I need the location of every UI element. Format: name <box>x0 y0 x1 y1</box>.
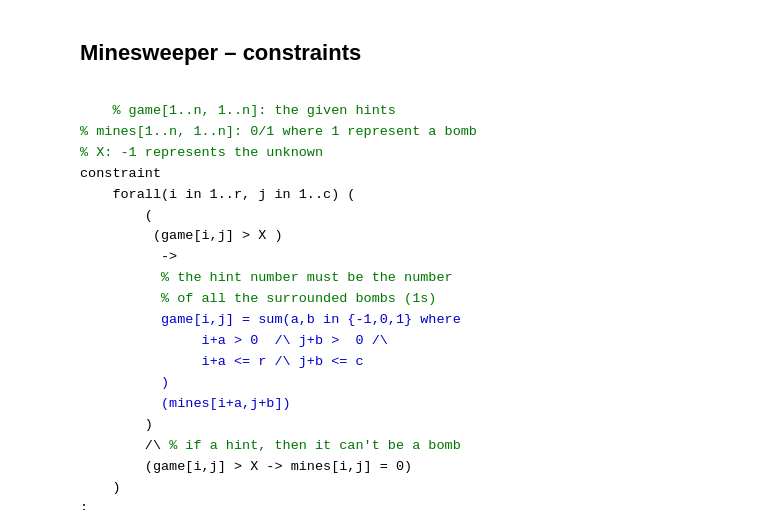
page-title: Minesweeper – constraints <box>80 40 685 66</box>
code-line-1: % game[1..n, 1..n]: the given hints % mi… <box>80 103 477 510</box>
main-container: Minesweeper – constraints % game[1..n, 1… <box>0 0 765 510</box>
code-block: % game[1..n, 1..n]: the given hints % mi… <box>80 80 685 510</box>
